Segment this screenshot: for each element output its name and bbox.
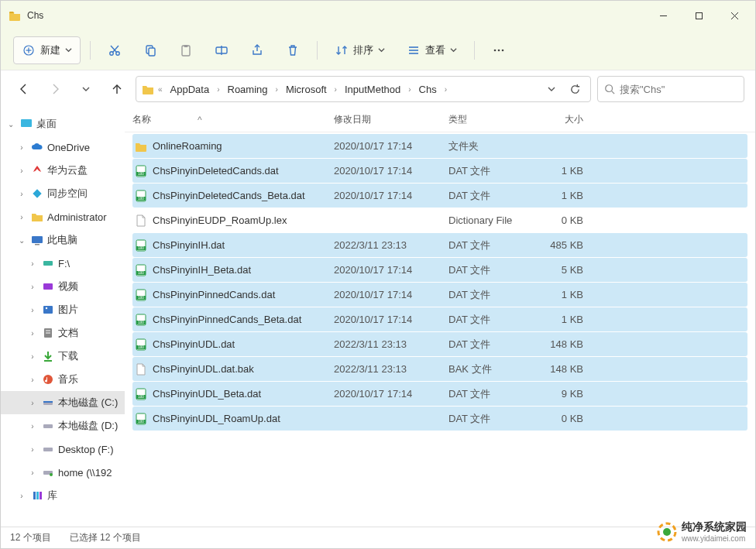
file-row[interactable]: 100ChsPinyinUDL_Beta.dat2020/10/17 17:14… <box>132 382 747 406</box>
file-size: 1 KB <box>535 190 589 201</box>
sidebar-item-home-net[interactable]: ›home (\\192 <box>1 461 125 484</box>
column-headers: 名称^ 修改日期 类型 大小 <box>125 108 755 132</box>
svg-rect-1 <box>696 12 702 19</box>
up-button[interactable] <box>105 77 129 101</box>
sidebar-item-huawei[interactable]: ›华为云盘 <box>1 159 125 182</box>
sidebar-item-onedrive[interactable]: ›OneDrive <box>1 136 125 159</box>
dropdown-button[interactable] <box>541 78 562 100</box>
column-type[interactable]: 类型 <box>448 113 535 126</box>
copy-icon <box>143 43 157 57</box>
forward-button[interactable] <box>43 77 67 101</box>
paste-button[interactable] <box>171 36 201 64</box>
file-row[interactable]: 100ChsPinyinUDL_RoamUp.datDAT 文件0 KB <box>132 407 747 431</box>
watermark: 纯净系统家园 www.yidaimei.com <box>657 520 747 543</box>
folder-icon <box>141 82 155 96</box>
file-row[interactable]: 100ChsPinyinUDL.dat2022/3/11 23:13DAT 文件… <box>132 332 747 356</box>
file-row[interactable]: 100ChsPinyinPinnedCands_Beta.dat2020/10/… <box>132 307 747 331</box>
breadcrumb-item[interactable]: InputMethod <box>340 81 405 98</box>
status-bar: 12 个项目 已选择 12 个项目 <box>1 527 755 548</box>
sidebar-item-documents[interactable]: ›文档 <box>1 321 125 345</box>
address-bar[interactable]: « AppData › Roaming › Microsoft › InputM… <box>136 76 591 102</box>
sidebar-item-desktop-f[interactable]: ›Desktop (F:) <box>1 437 125 461</box>
file-size: 1 KB <box>535 314 589 325</box>
sidebar-item-local-c[interactable]: ›本地磁盘 (C:) <box>1 391 125 414</box>
file-row[interactable]: OnlineRoaming2020/10/17 17:14文件夹 <box>132 134 747 158</box>
file-type: DAT 文件 <box>448 263 535 277</box>
svg-point-27 <box>606 85 613 92</box>
new-label: 新建 <box>40 43 60 57</box>
svg-rect-51 <box>40 492 42 499</box>
search-box[interactable] <box>597 76 744 102</box>
file-row[interactable]: ChsPinyinUDL.dat.bak2022/3/11 23:13BAK 文… <box>132 357 747 381</box>
sidebar-item-video[interactable]: ›视频 <box>1 275 125 298</box>
breadcrumb-item[interactable]: Roaming <box>223 81 273 98</box>
breadcrumb-item[interactable]: Chs <box>414 81 442 98</box>
scissors-icon <box>108 43 122 57</box>
column-name[interactable]: 名称^ <box>132 113 334 126</box>
file-icon <box>134 214 148 228</box>
file-date: 2020/10/17 17:14 <box>334 314 448 325</box>
file-date: 2022/3/11 23:13 <box>334 338 448 350</box>
svg-rect-33 <box>43 261 53 266</box>
sidebar-item-admin[interactable]: ›Administrator <box>1 205 125 228</box>
file-name: ChsPinyinIH.dat <box>153 239 334 251</box>
svg-point-36 <box>46 307 47 309</box>
svg-point-80 <box>663 528 671 536</box>
huawei-icon <box>30 163 44 177</box>
svg-rect-29 <box>21 119 32 127</box>
rename-button[interactable] <box>207 36 236 64</box>
sidebar-item-pictures[interactable]: ›图片 <box>1 298 125 321</box>
svg-text:100: 100 <box>138 345 144 349</box>
file-row[interactable]: ChsPinyinEUDP_RoamUp.lexDictionary File0… <box>132 208 747 232</box>
sidebar-item-sync[interactable]: ›同步空间 <box>1 182 125 205</box>
new-button[interactable]: 新建 <box>13 36 81 64</box>
file-name: ChsPinyinIH_Beta.dat <box>153 264 334 276</box>
file-size: 1 KB <box>535 165 589 177</box>
breadcrumb-item[interactable]: Microsoft <box>281 81 332 98</box>
file-size: 9 KB <box>535 388 589 400</box>
svg-rect-46 <box>43 448 53 451</box>
sidebar-item-libraries[interactable]: ›库 <box>1 484 125 507</box>
back-button[interactable] <box>12 77 36 101</box>
sidebar-item-music[interactable]: ›音乐 <box>1 368 125 391</box>
share-button[interactable] <box>242 36 272 64</box>
sidebar-item-downloads[interactable]: ›下载 <box>1 345 125 368</box>
plus-icon <box>22 43 36 57</box>
folder-icon <box>30 210 44 224</box>
svg-rect-32 <box>35 244 40 245</box>
sort-button[interactable]: 排序 <box>327 36 393 64</box>
file-row[interactable]: 100ChsPinyinDeletedCands.dat2020/10/17 1… <box>132 159 747 183</box>
copy-button[interactable] <box>136 36 165 64</box>
separator <box>90 41 91 60</box>
sidebar-item-thispc[interactable]: ⌄此电脑 <box>1 228 125 252</box>
sidebar-item-f-drive[interactable]: ›F:\ <box>1 252 125 275</box>
chevron-down-icon <box>65 46 72 53</box>
file-type: DAT 文件 <box>448 238 535 252</box>
close-button[interactable] <box>716 1 752 30</box>
more-button[interactable] <box>484 36 514 64</box>
recent-button[interactable] <box>74 77 98 101</box>
cut-button[interactable] <box>100 36 129 64</box>
file-row[interactable]: 100ChsPinyinPinnedCands.dat2020/10/17 17… <box>132 283 747 307</box>
breadcrumb-item[interactable]: AppData <box>166 81 215 98</box>
file-type: Dictionary File <box>448 214 535 226</box>
file-type: DAT 文件 <box>448 288 535 302</box>
maximize-button[interactable] <box>681 1 716 30</box>
file-row[interactable]: 100ChsPinyinIH.dat2022/3/11 23:13DAT 文件4… <box>132 233 747 257</box>
chevron-left-icon[interactable]: « <box>156 85 164 94</box>
status-count: 12 个项目 <box>10 531 51 544</box>
cloud-icon <box>30 140 44 154</box>
file-size: 485 KB <box>535 239 589 251</box>
sidebar-item-local-d[interactable]: ›本地磁盘 (D:) <box>1 414 125 437</box>
trash-icon <box>286 43 300 57</box>
view-button[interactable]: 查看 <box>399 36 465 64</box>
minimize-button[interactable] <box>645 1 681 30</box>
delete-button[interactable] <box>278 36 308 64</box>
sidebar-item-desktop[interactable]: ⌄桌面 <box>1 112 125 136</box>
refresh-button[interactable] <box>564 78 586 100</box>
column-size[interactable]: 大小 <box>535 113 589 126</box>
column-date[interactable]: 修改日期 <box>334 113 448 126</box>
search-input[interactable] <box>620 84 750 95</box>
file-row[interactable]: 100ChsPinyinDeletedCands_Beta.dat2020/10… <box>132 184 747 208</box>
file-row[interactable]: 100ChsPinyinIH_Beta.dat2020/10/17 17:14D… <box>132 258 747 282</box>
